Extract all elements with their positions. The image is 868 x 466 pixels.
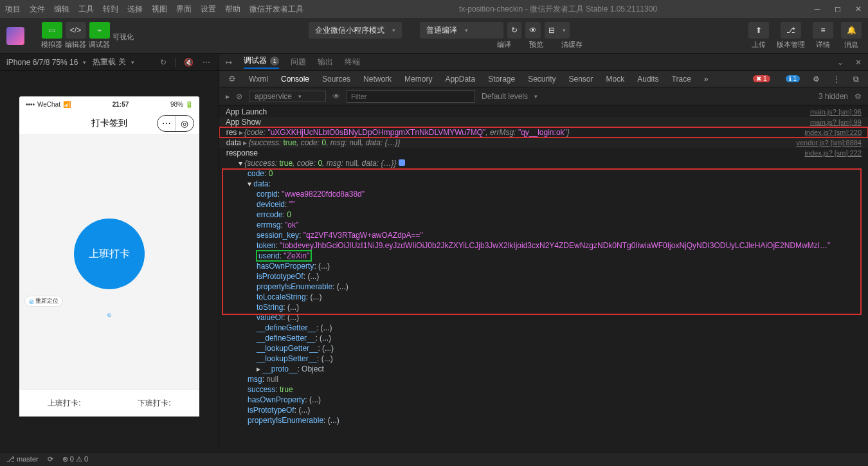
menu-devtool[interactable]: 微信开发者工具	[249, 4, 303, 15]
tab-output[interactable]: 输出	[318, 57, 333, 67]
hidden-count[interactable]: 3 hidden	[818, 92, 848, 101]
clear-label: 清缓存	[561, 40, 583, 49]
context-select[interactable]: appservice	[249, 91, 326, 102]
battery-icon: 🔋	[185, 101, 193, 108]
tab-debugger[interactable]: 调试器 1	[244, 55, 279, 69]
source-link[interactable]: index.js? [sm]:220	[798, 127, 862, 138]
app-logo	[6, 27, 24, 45]
tab-sensor[interactable]: Sensor	[569, 75, 593, 84]
error-warn-indicator[interactable]: ⊗ 0 ⚠ 0	[62, 455, 88, 463]
devtools-panel: ↦ 调试器 1 问题 输出 终端 ⌄ ✕ ⯐ Wxml Console Sour…	[219, 54, 868, 452]
capsule-close-icon[interactable]: ◎	[176, 116, 194, 131]
kebab-icon[interactable]: ⋮	[833, 75, 840, 84]
tab-sources[interactable]: Sources	[322, 75, 350, 84]
message-button[interactable]: 🔔消息	[841, 22, 862, 49]
menu-help[interactable]: 帮助	[225, 4, 240, 15]
sync-icon[interactable]: ⟳	[48, 455, 53, 463]
mute-icon[interactable]: 🔇	[183, 57, 194, 68]
console-settings-icon[interactable]: ⚙	[854, 92, 862, 101]
levels-select[interactable]: Default levels	[482, 92, 538, 101]
relocate-chip[interactable]: ◎重新定位	[24, 296, 63, 307]
toggle-sidebar-icon[interactable]: ▸	[226, 92, 230, 101]
filter-input[interactable]	[347, 90, 475, 103]
gear-icon[interactable]: ⚙	[813, 75, 820, 84]
titlebar: 项目 文件 编辑 工具 转到 选择 视图 界面 设置 帮助 微信开发者工具 tx…	[0, 0, 868, 18]
visual-button[interactable]: 可视化	[113, 22, 134, 42]
menu-ui[interactable]: 界面	[176, 4, 192, 15]
menu-file[interactable]: 文件	[30, 4, 45, 15]
compile-button[interactable]: ↻	[507, 22, 521, 39]
tab-mock[interactable]: Mock	[606, 75, 625, 84]
upload-button[interactable]: ⬆上传	[748, 22, 769, 49]
tab-console[interactable]: Console	[281, 75, 309, 84]
menu-edit[interactable]: 编辑	[54, 4, 69, 15]
compile-select[interactable]: 普通编译	[420, 22, 503, 39]
carrier-label: WeChat	[37, 101, 60, 108]
mode-select[interactable]: 企业微信小程序模式	[309, 22, 402, 39]
menu-tool[interactable]: 工具	[78, 4, 94, 15]
statusbar: ⎇ master ⟳ ⊗ 0 ⚠ 0	[0, 452, 868, 466]
more-icon[interactable]: ⋯	[201, 57, 212, 68]
source-link[interactable]: vendor.js? [sm]:8884	[790, 138, 862, 148]
source-link[interactable]: main.js? [sm]:96	[804, 107, 862, 117]
editor-button[interactable]: </>编辑器	[65, 22, 86, 49]
off-duty-label: 下班打卡:	[138, 398, 170, 409]
menu-view[interactable]: 视图	[152, 4, 167, 15]
chevron-down-icon[interactable]: ⌄	[837, 58, 844, 67]
error-count-badge[interactable]: ✖ 1	[753, 75, 770, 82]
tab-storage[interactable]: Storage	[488, 75, 515, 84]
tab-problems[interactable]: 问题	[291, 57, 306, 67]
tab-audits[interactable]: Audits	[637, 75, 658, 84]
target-icon: ◎	[29, 298, 34, 305]
simulator-button[interactable]: ▭模拟器	[41, 22, 62, 49]
wifi-icon: 📶	[63, 101, 71, 108]
menu-select[interactable]: 选择	[127, 4, 143, 15]
tab-terminal[interactable]: 终端	[345, 57, 360, 67]
source-link[interactable]: index.js? [sm]:222	[798, 148, 862, 158]
on-duty-label: 上班打卡:	[48, 398, 80, 409]
simulator-panel: iPhone 6/7/8 75% 16 热重载 关 ↻ 🔇 ⋯ ••••WeCh…	[0, 54, 219, 452]
menu-bar: 项目 文件 编辑 工具 转到 选择 视图 界面 设置 帮助 微信开发者工具	[5, 4, 303, 15]
eye-icon[interactable]: 👁	[332, 92, 340, 101]
panel-close-icon[interactable]: ✕	[855, 58, 862, 67]
dock-icon[interactable]: ⧉	[853, 75, 859, 84]
page-title: 打卡签到	[91, 118, 127, 129]
res-log-row[interactable]: res ▸{code: "uXGXKHjUcNLbtO0sBNyLDpOHmpg…	[219, 127, 868, 138]
tab-appdata[interactable]: AppData	[445, 75, 475, 84]
menu-settings[interactable]: 设置	[201, 4, 216, 15]
menu-project[interactable]: 项目	[5, 4, 21, 15]
preview-label: 预览	[529, 40, 543, 49]
refresh-icon[interactable]: ↻	[158, 57, 169, 68]
tab-security[interactable]: Security	[528, 75, 556, 84]
inspect-icon[interactable]: ⯐	[228, 75, 236, 84]
location-icon: ⎋	[107, 311, 111, 318]
console-output[interactable]: App Launchmain.js? [sm]:96 App Showmain.…	[219, 105, 868, 452]
battery-pct: 98%	[170, 101, 183, 108]
checkin-button[interactable]: 上班打卡	[74, 219, 145, 289]
debugger-button[interactable]: ⌁调试器	[89, 22, 110, 49]
menu-goto[interactable]: 转到	[103, 4, 118, 15]
source-link[interactable]: main.js? [sm]:99	[804, 117, 862, 127]
hot-reload-select[interactable]: 热重载 关	[93, 57, 134, 67]
branch-indicator[interactable]: ⎇ master	[6, 455, 39, 463]
version-button[interactable]: ⎇版本管理	[777, 22, 805, 49]
overflow-icon[interactable]: »	[704, 75, 709, 84]
device-select[interactable]: iPhone 6/7/8 75% 16	[6, 58, 86, 67]
preview-button[interactable]: 👁	[525, 22, 541, 39]
tab-trace[interactable]: Trace	[672, 75, 691, 84]
detail-button[interactable]: ≡详情	[813, 22, 833, 49]
clear-console-icon[interactable]: ⊘	[236, 92, 242, 101]
tab-wxml[interactable]: Wxml	[249, 75, 268, 84]
tab-network[interactable]: Network	[363, 75, 392, 84]
info-count-badge[interactable]: ℹ 1	[786, 75, 800, 82]
compile-label: 编译	[497, 40, 511, 49]
capsule-button[interactable]: ⋯◎	[157, 115, 194, 132]
step-icon[interactable]: ↦	[226, 58, 232, 67]
capsule-more-icon[interactable]: ⋯	[158, 116, 176, 131]
maximize-icon[interactable]: ◻	[833, 4, 842, 13]
app-title: tx-position-checkin - 微信开发者工具 Stable 1.0…	[303, 4, 813, 15]
minimize-icon[interactable]: ─	[813, 4, 822, 13]
close-icon[interactable]: ✕	[854, 4, 863, 13]
clear-cache-button[interactable]: ⊟	[545, 22, 570, 39]
tab-memory[interactable]: Memory	[404, 75, 432, 84]
